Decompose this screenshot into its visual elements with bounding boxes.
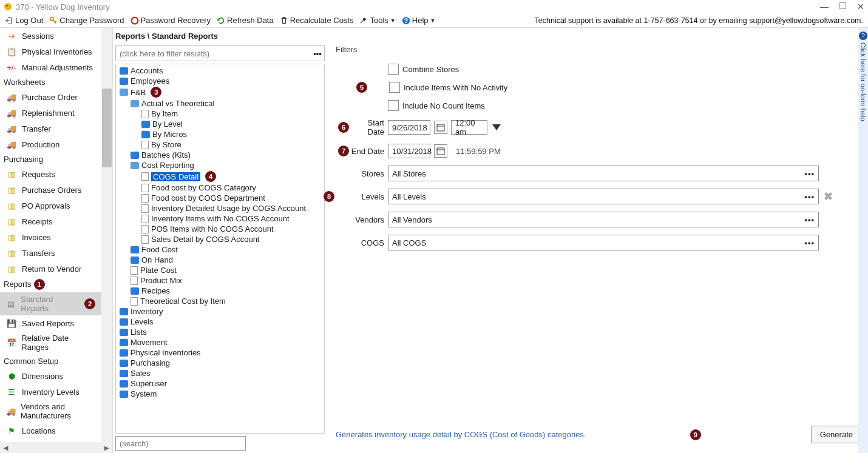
recalculate-costs-button[interactable]: Recalculate Costs (277, 16, 357, 25)
levels-picker[interactable]: All Levels••• (388, 189, 819, 204)
picker-more-icon[interactable]: ••• (804, 169, 815, 178)
tree-folder-employees[interactable]: Employees (116, 76, 324, 86)
sidebar-h-scrollbar[interactable]: ◄► (0, 442, 112, 453)
tree-folder-inventory[interactable]: Inventory (116, 306, 324, 317)
stores-picker[interactable]: All Stores••• (388, 166, 819, 181)
sidebar-item-sessions[interactable]: ➔Sessions (0, 28, 101, 44)
sidebar-item-standard-reports[interactable]: ▤Standard Reports2 (0, 292, 101, 315)
combine-stores-checkbox[interactable] (388, 64, 399, 75)
tree-item[interactable]: Food cost by COGS Department (116, 193, 324, 203)
end-date-input[interactable]: 10/31/2018 (388, 144, 430, 158)
file-icon (141, 204, 149, 213)
sidebar-item-vendors[interactable]: 🚚Vendors and Manufacturers (0, 400, 101, 423)
sidebar-item-receipts[interactable]: ▥Receipts (0, 213, 101, 229)
sidebar-item-inventory-levels[interactable]: ☰Inventory Levels (0, 384, 101, 400)
scroll-left-icon[interactable]: ◄ (2, 443, 10, 452)
tree-item-plate-cost[interactable]: Plate Cost (116, 265, 324, 275)
tree-item[interactable]: POS Items with No COGS Account (116, 224, 324, 234)
change-password-button[interactable]: Change Password (46, 16, 127, 25)
tree-label: Sales (131, 369, 151, 378)
scroll-right-icon[interactable]: ► (103, 443, 110, 452)
sidebar-item-saved-reports[interactable]: 💾Saved Reports (0, 315, 101, 331)
sidebar-item-po-approvals[interactable]: ▥PO Approvals (0, 198, 101, 213)
tree-folder-sales[interactable]: Sales (116, 368, 324, 378)
tree-folder-physical-inventories[interactable]: Physical Inventories (116, 347, 324, 358)
generate-button[interactable]: Generate (811, 426, 862, 443)
end-date-calendar-button[interactable] (434, 144, 447, 158)
date-dropdown-button[interactable] (492, 124, 501, 130)
window-minimize[interactable]: — (820, 2, 829, 11)
sidebar-item-return-to-vendor[interactable]: ▥Return to Vendor (0, 261, 101, 277)
tree-folder-cost-reporting[interactable]: Cost Reporting (116, 160, 324, 170)
filter-box[interactable]: ••• (115, 45, 325, 61)
sidebar-item-replenishment[interactable]: 🚚Replenishment (0, 105, 101, 121)
filter-more-button[interactable]: ••• (311, 49, 324, 58)
tree-item[interactable]: By Item (116, 109, 324, 119)
tree-folder-lists[interactable]: Lists (116, 327, 324, 337)
help-strip[interactable]: ? Click here for on-form help. (858, 28, 868, 453)
tree-folder-fb[interactable]: F&B3 (116, 86, 324, 98)
report-tree-panel: Reports \ Standard Reports ••• Accounts … (113, 28, 327, 453)
tree-item[interactable]: By Store (116, 139, 324, 150)
include-no-activity-checkbox[interactable] (389, 82, 400, 93)
tree-folder-batches[interactable]: Batches (Kits) (116, 150, 324, 160)
tree-folder-movement[interactable]: Movement (116, 337, 324, 347)
vendors-picker[interactable]: All Vendors••• (388, 212, 819, 227)
start-time-input[interactable]: 12:00 am (451, 120, 487, 135)
password-recovery-button[interactable]: Password Recovery (127, 16, 214, 25)
scrollbar-thumb[interactable] (102, 89, 112, 167)
tree-folder-system[interactable]: System (116, 389, 324, 399)
tree-item[interactable]: By Level (116, 119, 324, 129)
levels-clear-button[interactable]: ✖ (822, 191, 833, 202)
tree-folder-on-hand[interactable]: On Hand (116, 255, 324, 265)
sidebar-item-physical-inventories[interactable]: 📋Physical Inventories (0, 44, 101, 59)
tree-item[interactable]: Sales Detail by COGS Account (116, 234, 324, 244)
tree-folder-levels[interactable]: Levels (116, 317, 324, 327)
sidebar-item-dimensions[interactable]: ⬢Dimensions (0, 368, 101, 384)
sidebar-scrollbar[interactable] (101, 28, 112, 442)
refresh-data-button[interactable]: Refresh Data (214, 16, 277, 25)
tree-item[interactable]: Inventory Items with No COGS Account (116, 213, 324, 224)
sidebar-item-relative-date-ranges[interactable]: 📅Relative Date Ranges (0, 331, 101, 354)
sidebar-item-purchase-order[interactable]: 🚚Purchase Order (0, 89, 101, 105)
sidebar-item-invoices[interactable]: ▥Invoices (0, 229, 101, 245)
sidebar-item-locations[interactable]: ⚑Locations (0, 423, 101, 438)
picker-more-icon[interactable]: ••• (804, 192, 815, 201)
sidebar-item-purchase-orders[interactable]: ▥Purchase Orders (0, 182, 101, 198)
tree-item-cogs-detail[interactable]: COGS Detail4 (116, 170, 324, 183)
start-date-input[interactable]: 9/26/2018 (388, 120, 430, 135)
window-maximize[interactable] (839, 2, 846, 9)
picker-more-icon[interactable]: ••• (804, 238, 815, 247)
tree-item[interactable]: Food cost by COGS Category (116, 183, 324, 193)
tree-search-input[interactable] (116, 437, 245, 450)
tree-folder-recipes[interactable]: Recipes (116, 286, 324, 296)
tree-folder-purchasing[interactable]: Purchasing (116, 358, 324, 368)
sidebar-item-transfer[interactable]: 🚚Transfer (0, 121, 101, 136)
recalc-label: Recalculate Costs (290, 16, 354, 25)
picker-more-icon[interactable]: ••• (804, 215, 815, 224)
tools-menu[interactable]: Tools ▼ (356, 16, 398, 25)
tree-item[interactable]: By Micros (116, 129, 324, 139)
folder-icon (131, 152, 139, 159)
report-tree[interactable]: Accounts Employees F&B3 Actual vs Theore… (115, 64, 325, 434)
start-date-calendar-button[interactable] (434, 121, 447, 134)
tree-search-box[interactable] (115, 436, 246, 451)
sidebar-item-transfers[interactable]: ▥Transfers (0, 245, 101, 261)
cogs-picker[interactable]: All COGS••• (388, 235, 819, 250)
include-no-count-checkbox[interactable] (388, 100, 399, 111)
sidebar-item-production[interactable]: 🚚Production (0, 136, 101, 152)
window-close[interactable]: ✕ (857, 2, 864, 11)
tree-folder-accounts[interactable]: Accounts (116, 65, 324, 76)
filter-input[interactable] (116, 49, 311, 58)
tree-item-product-mix[interactable]: Product Mix (116, 275, 324, 286)
sidebar-item-manual-adjustments[interactable]: +/-Manual Adjustments (0, 59, 101, 75)
tree-folder-food-cost[interactable]: Food Cost (116, 244, 324, 255)
logout-button[interactable]: Log Out (2, 16, 46, 25)
help-menu[interactable]: ? Help ▼ (399, 16, 439, 25)
tree-folder-actual-vs-theoretical[interactable]: Actual vs Theoretical (116, 98, 324, 109)
tree-folder-superuser[interactable]: Superuser (116, 378, 324, 389)
tree-item-theoretical-cost[interactable]: Theoretical Cost by Item (116, 296, 324, 306)
sidebar-item-requests[interactable]: ▥Requests (0, 166, 101, 182)
tree-item[interactable]: Inventory Detailed Usage by COGS Account (116, 203, 324, 213)
doc-icon: ▥ (6, 263, 17, 274)
